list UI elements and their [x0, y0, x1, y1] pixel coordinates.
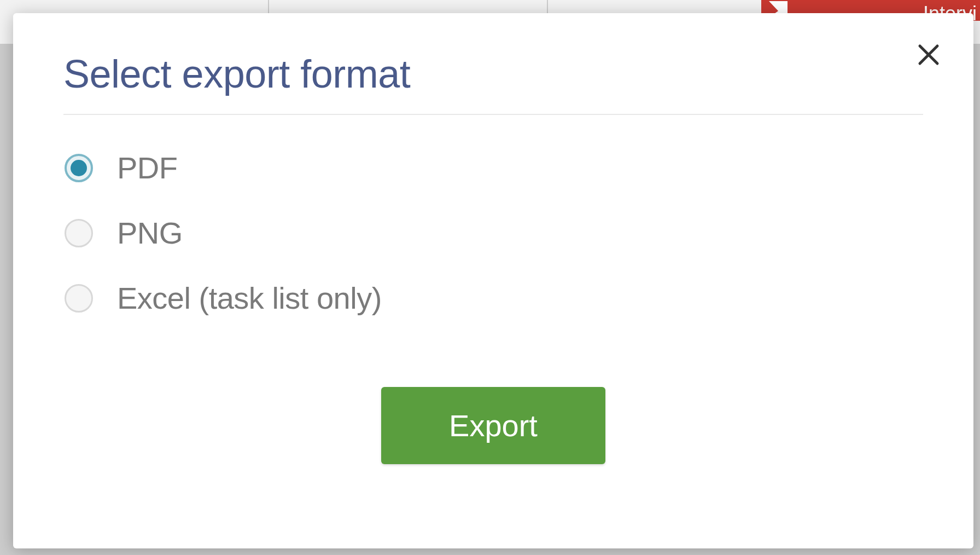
format-radio-group: PDF PNG Excel (task list only): [63, 150, 923, 316]
export-button-wrapper: Export: [63, 387, 923, 464]
radio-dot-icon: [71, 160, 87, 176]
close-button[interactable]: [912, 38, 945, 71]
modal-title: Select export format: [63, 51, 923, 115]
radio-option-excel[interactable]: Excel (task list only): [65, 280, 923, 316]
close-icon: [915, 42, 942, 68]
export-button[interactable]: Export: [381, 387, 605, 464]
radio-option-png[interactable]: PNG: [65, 215, 923, 251]
radio-option-pdf[interactable]: PDF: [65, 150, 923, 186]
export-format-modal: Select export format PDF PNG Excel (task…: [13, 13, 973, 548]
radio-indicator: [65, 219, 93, 247]
radio-label: PNG: [117, 215, 183, 251]
radio-label: Excel (task list only): [117, 280, 382, 316]
radio-label: PDF: [117, 150, 178, 186]
radio-indicator: [65, 154, 93, 182]
radio-indicator: [65, 284, 93, 313]
